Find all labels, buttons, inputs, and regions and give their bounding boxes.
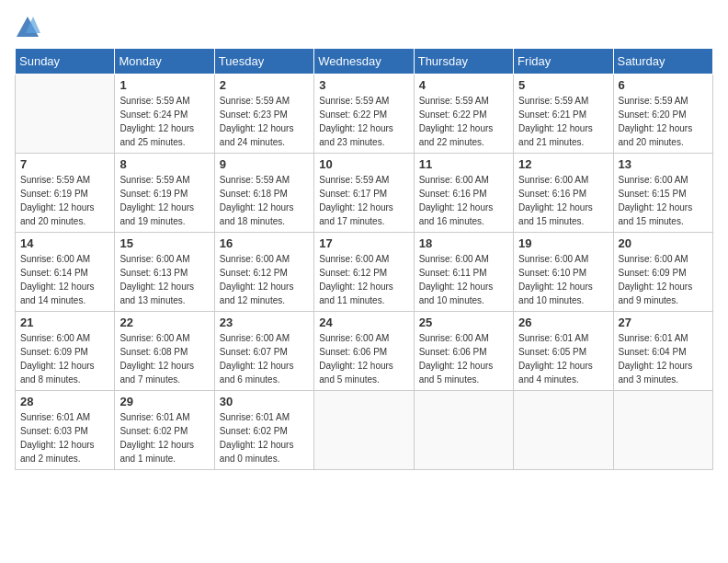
day-info: Sunrise: 5:59 AM Sunset: 6:21 PM Dayligh…	[518, 94, 608, 149]
header	[15, 15, 713, 40]
calendar-cell: 16Sunrise: 6:00 AM Sunset: 6:12 PM Dayli…	[214, 233, 313, 312]
day-number: 7	[20, 157, 109, 171]
calendar-cell: 1Sunrise: 5:59 AM Sunset: 6:24 PM Daylig…	[115, 75, 214, 154]
calendar-cell: 21Sunrise: 6:00 AM Sunset: 6:09 PM Dayli…	[16, 312, 115, 391]
day-number: 3	[319, 78, 408, 92]
day-number: 5	[518, 78, 608, 92]
day-number: 27	[619, 316, 708, 329]
calendar-cell: 10Sunrise: 5:59 AM Sunset: 6:17 PM Dayli…	[314, 154, 414, 233]
calendar-cell: 4Sunrise: 5:59 AM Sunset: 6:22 PM Daylig…	[414, 75, 513, 154]
calendar-cell: 27Sunrise: 6:01 AM Sunset: 6:04 PM Dayli…	[613, 312, 712, 391]
day-number: 1	[119, 78, 209, 92]
day-number: 20	[619, 236, 708, 250]
weekday-header-sunday: Sunday	[16, 49, 115, 75]
day-info: Sunrise: 6:01 AM Sunset: 6:04 PM Dayligh…	[619, 331, 708, 386]
day-number: 26	[518, 316, 608, 329]
day-info: Sunrise: 6:01 AM Sunset: 6:03 PM Dayligh…	[20, 410, 109, 465]
calendar-cell: 3Sunrise: 5:59 AM Sunset: 6:22 PM Daylig…	[314, 75, 414, 154]
logo	[15, 15, 44, 40]
day-info: Sunrise: 6:00 AM Sunset: 6:12 PM Dayligh…	[319, 252, 408, 307]
day-info: Sunrise: 6:00 AM Sunset: 6:09 PM Dayligh…	[20, 331, 109, 386]
day-number: 15	[119, 236, 209, 250]
calendar-cell: 20Sunrise: 6:00 AM Sunset: 6:09 PM Dayli…	[613, 233, 712, 312]
calendar-week-4: 21Sunrise: 6:00 AM Sunset: 6:09 PM Dayli…	[16, 312, 713, 391]
calendar-cell: 13Sunrise: 6:00 AM Sunset: 6:15 PM Dayli…	[613, 154, 712, 233]
day-info: Sunrise: 6:00 AM Sunset: 6:06 PM Dayligh…	[319, 331, 408, 386]
day-info: Sunrise: 5:59 AM Sunset: 6:19 PM Dayligh…	[20, 173, 109, 228]
day-info: Sunrise: 5:59 AM Sunset: 6:18 PM Dayligh…	[220, 173, 309, 228]
weekday-header-wednesday: Wednesday	[314, 49, 414, 75]
calendar-cell: 29Sunrise: 6:01 AM Sunset: 6:02 PM Dayli…	[115, 391, 214, 470]
calendar-header: SundayMondayTuesdayWednesdayThursdayFrid…	[16, 49, 713, 75]
day-info: Sunrise: 5:59 AM Sunset: 6:24 PM Dayligh…	[119, 94, 209, 149]
calendar-cell	[514, 391, 613, 470]
calendar-week-2: 7Sunrise: 5:59 AM Sunset: 6:19 PM Daylig…	[16, 154, 713, 233]
day-number: 14	[20, 236, 109, 250]
calendar-cell: 24Sunrise: 6:00 AM Sunset: 6:06 PM Dayli…	[314, 312, 414, 391]
day-info: Sunrise: 6:01 AM Sunset: 6:02 PM Dayligh…	[119, 410, 209, 465]
weekday-header-friday: Friday	[514, 49, 613, 75]
day-info: Sunrise: 6:00 AM Sunset: 6:10 PM Dayligh…	[518, 252, 608, 307]
day-number: 18	[419, 236, 508, 250]
day-number: 28	[20, 395, 109, 408]
day-number: 24	[319, 316, 408, 329]
calendar-cell: 25Sunrise: 6:00 AM Sunset: 6:06 PM Dayli…	[414, 312, 513, 391]
day-number: 2	[220, 78, 309, 92]
day-number: 10	[319, 157, 408, 171]
day-number: 9	[220, 157, 309, 171]
calendar-cell: 22Sunrise: 6:00 AM Sunset: 6:08 PM Dayli…	[115, 312, 214, 391]
calendar-cell: 12Sunrise: 6:00 AM Sunset: 6:16 PM Dayli…	[514, 154, 613, 233]
calendar-cell: 15Sunrise: 6:00 AM Sunset: 6:13 PM Dayli…	[115, 233, 214, 312]
logo-combined	[15, 15, 44, 40]
calendar-cell: 23Sunrise: 6:00 AM Sunset: 6:07 PM Dayli…	[214, 312, 313, 391]
day-number: 22	[119, 316, 209, 329]
weekday-header-monday: Monday	[115, 49, 214, 75]
day-number: 29	[119, 395, 209, 408]
weekday-header-thursday: Thursday	[414, 49, 513, 75]
day-number: 11	[419, 157, 508, 171]
day-info: Sunrise: 6:00 AM Sunset: 6:15 PM Dayligh…	[619, 173, 708, 228]
day-number: 23	[220, 316, 309, 329]
calendar-cell: 17Sunrise: 6:00 AM Sunset: 6:12 PM Dayli…	[314, 233, 414, 312]
day-info: Sunrise: 6:00 AM Sunset: 6:09 PM Dayligh…	[619, 252, 708, 307]
calendar-week-1: 1Sunrise: 5:59 AM Sunset: 6:24 PM Daylig…	[16, 75, 713, 154]
day-number: 19	[518, 236, 608, 250]
calendar-cell	[16, 75, 115, 154]
day-info: Sunrise: 6:00 AM Sunset: 6:08 PM Dayligh…	[119, 331, 209, 386]
day-info: Sunrise: 5:59 AM Sunset: 6:22 PM Dayligh…	[419, 94, 508, 149]
calendar-cell: 8Sunrise: 5:59 AM Sunset: 6:19 PM Daylig…	[115, 154, 214, 233]
calendar-cell: 5Sunrise: 5:59 AM Sunset: 6:21 PM Daylig…	[514, 75, 613, 154]
day-number: 17	[319, 236, 408, 250]
calendar-cell: 26Sunrise: 6:01 AM Sunset: 6:05 PM Dayli…	[514, 312, 613, 391]
calendar-cell: 11Sunrise: 6:00 AM Sunset: 6:16 PM Dayli…	[414, 154, 513, 233]
day-info: Sunrise: 5:59 AM Sunset: 6:23 PM Dayligh…	[220, 94, 309, 149]
weekday-header-tuesday: Tuesday	[214, 49, 313, 75]
weekday-row: SundayMondayTuesdayWednesdayThursdayFrid…	[16, 49, 713, 75]
weekday-header-saturday: Saturday	[613, 49, 712, 75]
day-info: Sunrise: 5:59 AM Sunset: 6:17 PM Dayligh…	[319, 173, 408, 228]
logo-icon	[15, 15, 40, 40]
day-info: Sunrise: 6:00 AM Sunset: 6:11 PM Dayligh…	[419, 252, 508, 307]
calendar-cell	[613, 391, 712, 470]
day-number: 4	[419, 78, 508, 92]
calendar-week-5: 28Sunrise: 6:01 AM Sunset: 6:03 PM Dayli…	[16, 391, 713, 470]
day-info: Sunrise: 6:00 AM Sunset: 6:07 PM Dayligh…	[220, 331, 309, 386]
day-number: 12	[518, 157, 608, 171]
day-number: 16	[220, 236, 309, 250]
day-info: Sunrise: 6:00 AM Sunset: 6:14 PM Dayligh…	[20, 252, 109, 307]
day-info: Sunrise: 6:01 AM Sunset: 6:05 PM Dayligh…	[518, 331, 608, 386]
day-info: Sunrise: 6:00 AM Sunset: 6:16 PM Dayligh…	[518, 173, 608, 228]
day-info: Sunrise: 5:59 AM Sunset: 6:20 PM Dayligh…	[619, 94, 708, 149]
day-info: Sunrise: 6:00 AM Sunset: 6:16 PM Dayligh…	[419, 173, 508, 228]
day-number: 13	[619, 157, 708, 171]
calendar-cell: 28Sunrise: 6:01 AM Sunset: 6:03 PM Dayli…	[16, 391, 115, 470]
day-number: 6	[619, 78, 708, 92]
calendar-cell: 2Sunrise: 5:59 AM Sunset: 6:23 PM Daylig…	[214, 75, 313, 154]
day-info: Sunrise: 6:01 AM Sunset: 6:02 PM Dayligh…	[220, 410, 309, 465]
day-info: Sunrise: 5:59 AM Sunset: 6:22 PM Dayligh…	[319, 94, 408, 149]
day-number: 30	[220, 395, 309, 408]
day-number: 25	[419, 316, 508, 329]
day-info: Sunrise: 6:00 AM Sunset: 6:06 PM Dayligh…	[419, 331, 508, 386]
calendar-body: 1Sunrise: 5:59 AM Sunset: 6:24 PM Daylig…	[16, 75, 713, 470]
calendar-cell: 19Sunrise: 6:00 AM Sunset: 6:10 PM Dayli…	[514, 233, 613, 312]
